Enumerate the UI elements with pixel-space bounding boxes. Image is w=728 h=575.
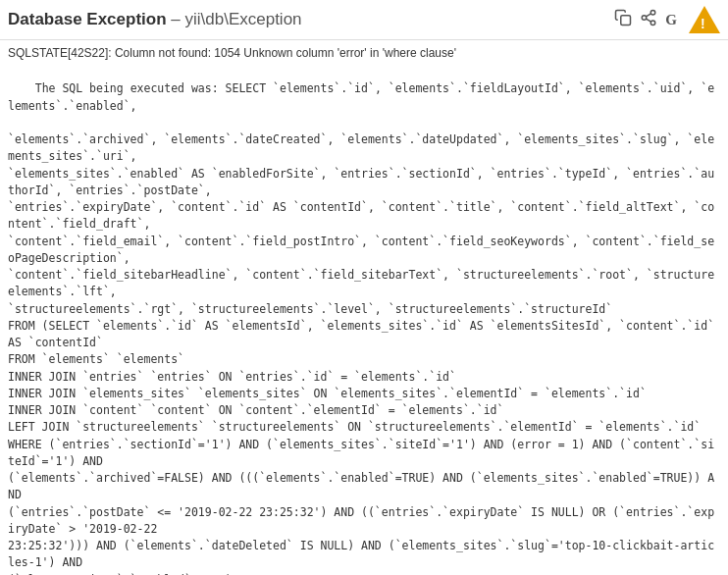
sql-line: FROM `elements` `elements` [8,351,720,368]
warning-icon [689,6,720,33]
header-actions: G [614,6,720,33]
sql-lines: `elements`.`archived`, `elements`.`dateC… [8,131,720,575]
svg-line-4 [647,19,651,22]
copy-icon[interactable] [614,9,632,30]
svg-point-3 [651,21,656,26]
sql-line: LEFT JOIN `structureelements` `structure… [8,419,720,436]
sql-line: `elements`.`archived`, `elements`.`dateC… [8,131,720,166]
sql-block: The SQL being executed was: SELECT `elem… [8,64,720,131]
svg-line-5 [647,14,651,17]
svg-point-1 [651,11,656,16]
sql-intro: The SQL being executed was: SELECT `elem… [8,81,714,112]
sql-line: WHERE (`entries`.`sectionId`='1') AND (`… [8,437,720,471]
svg-point-2 [643,16,648,21]
content-area: SQLSTATE[42S22]: Column not found: 1054 … [0,40,728,575]
sqlstate-error: SQLSTATE[42S22]: Column not found: 1054 … [8,46,720,60]
title-namespace: yii\db\Exception [184,10,301,28]
svg-rect-0 [621,16,631,26]
sql-line: `elements_sites`.`enabled` AS `enabledFo… [8,166,720,200]
sql-line: FROM (SELECT `elements`.`id` AS `element… [8,318,720,352]
sql-line: INNER JOIN `entries` `entries` ON `entri… [8,369,720,386]
share-icon[interactable] [640,9,657,30]
title-main: Database Exception [8,10,167,28]
google-icon[interactable]: G [665,12,677,28]
sql-line: (`elements_sites`.`enabled`=TRUE) [8,572,720,576]
sql-line: INNER JOIN `elements_sites` `elements_si… [8,386,720,402]
sql-line: `structureelements`.`rgt`, `structureele… [8,301,720,318]
sql-line: 23:25:32'))) AND (`elements`.`dateDelete… [8,538,720,572]
header-bar: Database Exception – yii\db\Exception G [0,0,728,40]
sql-line: (`elements`.`archived`=FALSE) AND (((`el… [8,470,720,504]
sql-line: `entries`.`expiryDate`, `content`.`id` A… [8,199,720,234]
title-separator: – [167,10,185,28]
sql-line: `content`.`field_email`, `content`.`fiel… [8,234,720,268]
sql-line: (`entries`.`postDate` <= '2019-02-22 23:… [8,504,720,539]
sql-line: INNER JOIN `content` `content` ON `conte… [8,402,720,419]
page-title: Database Exception – yii\db\Exception [8,10,302,29]
sql-line: `content`.`field_sitebarHeadline`, `cont… [8,267,720,301]
